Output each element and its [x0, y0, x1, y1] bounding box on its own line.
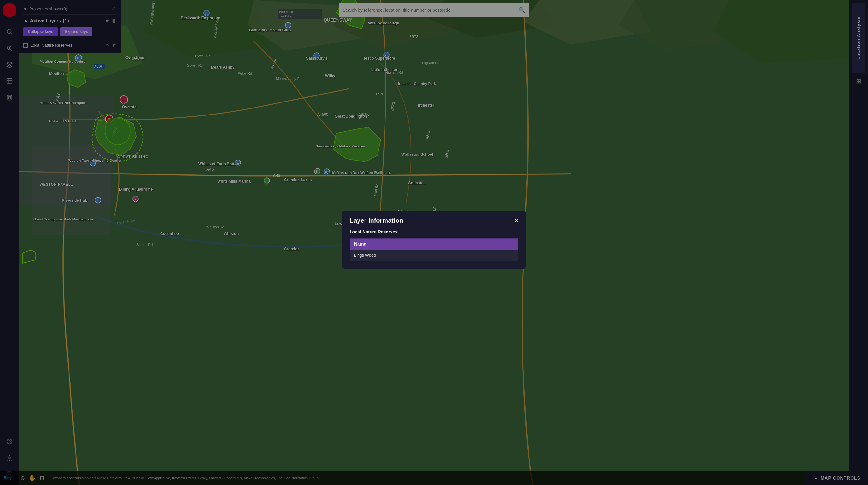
layer-information-modal: Layer Information × Local Nature Reserve… [342, 211, 526, 269]
modal-table-header-name: Name [350, 238, 518, 250]
modal-table-header: Name [350, 238, 518, 250]
modal-table-body: Lings Wood [350, 250, 518, 261]
modal-header: Layer Information × [342, 211, 526, 229]
modal-title: Layer Information [350, 217, 403, 224]
modal-table: Name Lings Wood [350, 238, 518, 261]
modal-layer-name: Local Nature Reserves [350, 229, 518, 234]
modal-body: Local Nature Reserves Name Lings Wood [342, 229, 526, 269]
modal-close-button[interactable]: × [514, 217, 518, 224]
modal-table-header-row: Name [350, 238, 518, 250]
modal-overlay[interactable]: Layer Information × Local Nature Reserve… [0, 0, 868, 485]
table-cell-name: Lings Wood [350, 250, 518, 261]
table-row: Lings Wood [350, 250, 518, 261]
